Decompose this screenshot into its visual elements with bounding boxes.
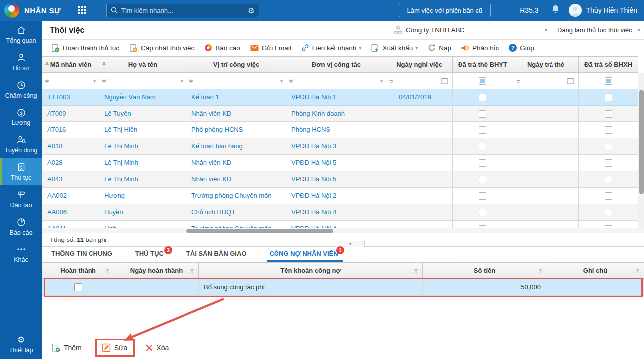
bhyt-checkbox[interactable] xyxy=(479,176,486,183)
column-header[interactable]: Mã nhân viên xyxy=(42,56,99,73)
bhxh-checkbox[interactable] xyxy=(605,176,612,183)
quick-links-button[interactable]: Liên kết nhanh ▾ xyxy=(301,44,362,52)
version-label: R35.3 xyxy=(520,6,538,14)
update-resignation-button[interactable]: Cập nhật thôi việc xyxy=(129,44,194,52)
tab-tai-san-ban-giao[interactable]: TÀI SẢN BÀN GIAO xyxy=(186,250,247,262)
vertical-scrollbar[interactable] xyxy=(638,73,644,228)
table-row[interactable]: AT016 Lê Thị Hiền Phó phòng HCNS Phòng H… xyxy=(42,122,638,138)
user-avatar[interactable] xyxy=(569,4,582,17)
apps-grid-icon[interactable] xyxy=(78,6,86,14)
bhyt-checkbox[interactable] xyxy=(479,192,486,200)
table-row[interactable]: AA006 Huyền Chủ tịch HĐQT VPĐD Hà Nội 4 xyxy=(42,204,638,221)
filter-funnel-icon[interactable] xyxy=(105,268,110,274)
scrollbar-thumb[interactable] xyxy=(186,229,333,233)
sidebar-item-luong[interactable]: $ Lương xyxy=(0,103,42,130)
bhxh-checkbox[interactable] xyxy=(605,192,612,200)
bhyt-checkbox[interactable] xyxy=(479,143,486,150)
column-header[interactable]: Ghi chú xyxy=(547,262,644,279)
bhxh-checkbox[interactable] xyxy=(605,94,612,101)
filter-cell-checkbox[interactable] xyxy=(579,73,638,89)
column-header[interactable]: Ngày trả thẻ xyxy=(513,56,579,73)
misa-logo-icon[interactable] xyxy=(4,3,19,18)
bhyt-checkbox[interactable] xyxy=(479,159,486,167)
filter-cell[interactable]: ∗▾ xyxy=(99,73,186,89)
debt-row-selected[interactable]: Bổ sung công tác phí 50,000 xyxy=(42,279,644,296)
tab-thong-tin-chung[interactable]: THÔNG TIN CHUNG xyxy=(51,250,112,262)
sidebar-item-thu-tuc[interactable]: Thủ tục xyxy=(0,158,42,185)
column-header[interactable]: Số tiền xyxy=(423,262,547,279)
complete-procedure-button[interactable]: Hoàn thành thủ tục xyxy=(51,44,119,52)
sidebar-item-khac[interactable]: Khác xyxy=(0,240,42,267)
bhyt-checkbox[interactable] xyxy=(479,209,486,216)
column-header[interactable]: Đơn vị công tác xyxy=(286,56,386,73)
chevron-down-icon: ▾ xyxy=(380,78,383,84)
tab-thu-tuc[interactable]: THỦ TỤC3 xyxy=(135,250,164,262)
reload-button[interactable]: Nạp xyxy=(428,44,451,52)
column-header[interactable]: Vị trí công việc xyxy=(186,56,286,73)
column-header[interactable]: Đã trả thẻ BHYT xyxy=(453,56,513,73)
horizontal-scrollbar[interactable] xyxy=(42,228,644,233)
send-email-button[interactable]: Gửi Email xyxy=(250,44,291,52)
table-row[interactable]: TTT003 Nguyễn Văn Nam Kế toán 1 VPĐD Hà … xyxy=(42,89,638,106)
link-icon xyxy=(301,44,309,52)
column-header[interactable]: Hoàn thành xyxy=(42,262,114,279)
column-header[interactable]: Tên khoản công nợ xyxy=(199,262,423,279)
column-header[interactable]: Ngày nghỉ việc xyxy=(386,56,453,73)
sidebar-item-ho-so[interactable]: Hồ sơ xyxy=(0,48,42,76)
signpost-icon xyxy=(16,190,26,200)
filter-cell-date[interactable]: = xyxy=(513,73,579,89)
filter-funnel-icon[interactable] xyxy=(635,268,640,274)
table-row[interactable]: A018 Lê Thị Minh Kế toán bán hàng VPĐD H… xyxy=(42,138,638,155)
help-button[interactable]: ? Giúp xyxy=(509,44,534,52)
column-header[interactable]: Ngày hoàn thành xyxy=(114,262,199,279)
quick-search-box[interactable]: ⚙ xyxy=(106,4,259,17)
export-button[interactable]: Xuất khẩu ▾ xyxy=(371,44,418,52)
filter-cell-date[interactable]: = xyxy=(386,73,453,89)
table-row[interactable]: A043 Lê Thị Minh Nhân viên KD VPĐD Hà Nộ… xyxy=(42,171,638,188)
search-input[interactable] xyxy=(121,7,248,14)
sidebar-item-bao-cao[interactable]: Báo cáo xyxy=(0,213,42,240)
filter-cell[interactable]: ∗▾ xyxy=(286,73,386,89)
old-version-button[interactable]: Làm việc với phiên bản cũ xyxy=(399,4,491,17)
bhxh-checkbox[interactable] xyxy=(605,110,612,118)
search-settings-gear-icon[interactable]: ⚙ xyxy=(248,7,254,14)
sidebar-item-tuyen-dung[interactable]: Tuyển dụng xyxy=(0,130,42,158)
table-row[interactable]: A028 Lê Thị Minh Nhân viên KD VPĐD Hà Nộ… xyxy=(42,155,638,171)
sidebar-item-dao-tao[interactable]: Đào tạo xyxy=(0,185,42,213)
process-status-selector[interactable]: Đang làm thủ tục thôi việc ▾ xyxy=(552,21,644,39)
filter-funnel-icon[interactable] xyxy=(413,268,419,274)
filter-cell-checkbox[interactable] xyxy=(453,73,513,89)
company-selector[interactable]: Công ty TNHH ABC ▾ xyxy=(388,21,552,39)
add-button[interactable]: Thêm xyxy=(51,343,82,352)
checkbox-filter[interactable] xyxy=(479,77,486,85)
table-row[interactable]: AA002 Hương Trưởng phòng Chuyên môn VPĐD… xyxy=(42,188,638,204)
feedback-button[interactable]: Phản hồi xyxy=(461,44,499,52)
scrollbar-thumb[interactable] xyxy=(639,90,644,194)
filter-cell[interactable]: ∗▾ xyxy=(186,73,286,89)
notification-bell-icon[interactable] xyxy=(552,5,560,16)
filter-funnel-icon[interactable] xyxy=(189,268,195,274)
bhyt-checkbox[interactable] xyxy=(479,110,486,118)
user-name[interactable]: Thùy Hiền Thiên xyxy=(586,6,637,14)
completed-checkbox[interactable] xyxy=(74,283,82,291)
bhyt-checkbox[interactable] xyxy=(479,126,486,134)
sidebar-item-cham-cong[interactable]: Chấm công xyxy=(0,76,42,103)
tab-cong-no-nhan-vien[interactable]: CÔNG NỢ NHÂN VIÊN1 xyxy=(269,250,338,262)
table-row[interactable]: AA011 Linh Trưởng phòng Chuyên môn VPĐD … xyxy=(42,221,638,228)
edit-button[interactable]: Sửa xyxy=(102,343,128,352)
bhxh-checkbox[interactable] xyxy=(605,126,612,134)
sidebar-item-thiet-lap[interactable]: ⚙ Thiết lập xyxy=(0,331,42,357)
bhxh-checkbox[interactable] xyxy=(605,143,612,150)
sidebar-item-tong-quan[interactable]: Tổng quan xyxy=(0,21,42,48)
bhxh-checkbox[interactable] xyxy=(605,159,612,167)
report-button[interactable]: Báo cáo xyxy=(204,44,240,52)
bhyt-checkbox[interactable] xyxy=(479,94,486,101)
filter-cell[interactable]: ∗▾ xyxy=(42,73,99,89)
column-header[interactable]: Họ và tên xyxy=(99,56,186,73)
delete-button[interactable]: Xóa xyxy=(146,344,169,352)
filter-funnel-icon[interactable] xyxy=(538,268,543,274)
table-row[interactable]: AT009 Lê Tuyên Nhân viên KD Phòng Kinh d… xyxy=(42,106,638,122)
column-header[interactable]: Đã trả sổ BHXH xyxy=(579,56,638,73)
checkbox-filter[interactable] xyxy=(605,77,612,85)
bhxh-checkbox[interactable] xyxy=(605,209,612,216)
